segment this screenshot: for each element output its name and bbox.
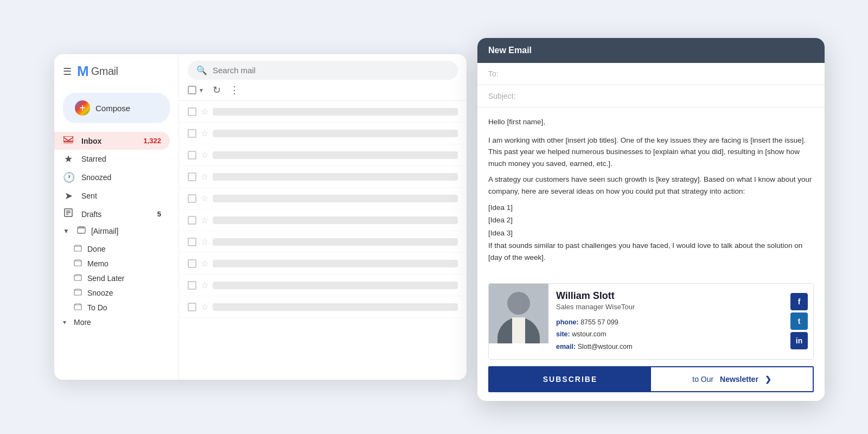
star-icon[interactable]: ☆: [201, 302, 208, 312]
sig-phone-row: phone: 8755 57 099: [556, 316, 777, 329]
sidebar-item-starred[interactable]: ★ Starred: [54, 150, 170, 168]
sidebar-item-inbox[interactable]: Inbox 1,322: [54, 132, 170, 150]
gmail-logo: M Gmail: [77, 63, 118, 80]
compose-header-title: New Email: [488, 46, 532, 55]
sidebar-item-done[interactable]: Done: [54, 241, 178, 256]
subscribe-right[interactable]: to Our Newsletter ❯: [651, 367, 813, 391]
select-all-checkbox[interactable]: ▼: [188, 86, 204, 94]
sidebar-item-sent[interactable]: ➤ Sent: [54, 187, 170, 205]
phone-value: 8755 57 099: [580, 318, 618, 326]
drafts-label: Drafts: [81, 210, 101, 219]
table-row[interactable]: ☆: [179, 209, 467, 231]
collapse-icon: ▼: [63, 227, 69, 235]
search-bar[interactable]: 🔍: [188, 61, 458, 80]
subject-label: Subject:: [488, 92, 516, 100]
row-checkbox[interactable]: [188, 151, 196, 159]
star-icon[interactable]: ☆: [201, 171, 208, 182]
gmail-m-logo: M: [77, 63, 89, 80]
more-label: More: [74, 318, 91, 327]
sidebar-item-todo[interactable]: To Do: [54, 300, 178, 315]
sig-site-row: site: wstour.com: [556, 328, 777, 341]
compose-to-field[interactable]: To:: [477, 63, 825, 85]
row-checkbox[interactable]: [188, 281, 196, 290]
star-icon[interactable]: ☆: [201, 258, 208, 269]
body-paragraph2: A strategy our customers have seen such …: [488, 174, 814, 197]
search-input[interactable]: [213, 66, 449, 75]
row-content: [213, 260, 458, 267]
compose-subject-field[interactable]: Subject:: [477, 85, 825, 107]
search-area: 🔍: [179, 54, 467, 80]
subscribe-arrow-icon: ❯: [765, 375, 771, 384]
row-checkbox[interactable]: [188, 303, 196, 311]
refresh-icon[interactable]: ↻: [213, 84, 221, 96]
linkedin-button[interactable]: in: [790, 332, 808, 349]
select-all-box[interactable]: [188, 86, 196, 94]
table-row[interactable]: ☆: [179, 101, 467, 123]
row-checkbox[interactable]: [188, 194, 196, 203]
table-row[interactable]: ☆: [179, 231, 467, 253]
star-icon[interactable]: ☆: [201, 280, 208, 290]
todo-folder-icon: [74, 303, 82, 312]
row-checkbox[interactable]: [188, 259, 196, 268]
memo-label: Memo: [87, 259, 108, 268]
sidebar-item-drafts[interactable]: Drafts 5: [54, 205, 170, 223]
more-options-icon[interactable]: ⋮: [229, 84, 239, 96]
compose-label: Compose: [95, 104, 130, 113]
body-ideas: [Idea 1] [Idea 2] [Idea 3]: [488, 202, 814, 239]
email-value: Slott@wstour.com: [578, 343, 633, 350]
compose-button[interactable]: + Compose: [63, 93, 170, 123]
star-icon[interactable]: ☆: [201, 237, 208, 247]
sendlater-folder-icon: [74, 273, 82, 283]
row-content: [213, 130, 458, 137]
memo-folder-icon: [74, 259, 82, 268]
body-closing: If that sounds similar to past challenge…: [488, 240, 814, 263]
signature-socials: f t in: [785, 284, 813, 360]
sidebar-item-snooze[interactable]: Snooze: [54, 285, 178, 300]
sidebar-item-memo[interactable]: Memo: [54, 256, 178, 271]
star-icon[interactable]: ☆: [201, 193, 208, 203]
inbox-badge: 1,322: [143, 137, 161, 145]
table-row[interactable]: ☆: [179, 188, 467, 209]
row-checkbox[interactable]: [188, 107, 196, 116]
search-icon: 🔍: [196, 65, 207, 75]
list-toolbar: ▼ ↻ ⋮: [179, 80, 467, 101]
hamburger-icon[interactable]: ☰: [63, 66, 72, 78]
email-list-area: 🔍 ▼ ↻ ⋮ ☆ ☆: [179, 54, 467, 380]
twitter-button[interactable]: t: [790, 312, 808, 330]
sent-label: Sent: [81, 192, 97, 200]
star-icon[interactable]: ☆: [201, 128, 208, 138]
row-checkbox[interactable]: [188, 238, 196, 246]
sidebar-header: ☰ M Gmail: [54, 63, 178, 88]
row-checkbox[interactable]: [188, 173, 196, 181]
star-icon[interactable]: ☆: [201, 150, 208, 160]
select-dropdown-icon[interactable]: ▼: [199, 87, 204, 93]
subscribe-left[interactable]: SUBSCRIBE: [489, 367, 651, 391]
star-icon: ★: [63, 153, 74, 165]
airmail-folder[interactable]: ▼ [Airmail]: [54, 223, 178, 239]
table-row[interactable]: ☆: [179, 253, 467, 275]
star-icon[interactable]: ☆: [201, 215, 208, 225]
sidebar-item-send-later[interactable]: Send Later: [54, 271, 178, 285]
row-checkbox[interactable]: [188, 129, 196, 138]
table-row[interactable]: ☆: [179, 123, 467, 144]
subscribe-bar[interactable]: SUBSCRIBE to Our Newsletter ❯: [488, 366, 814, 392]
sidebar-item-snoozed[interactable]: 🕐 Snoozed: [54, 168, 170, 187]
compose-plus-icon: +: [75, 100, 90, 116]
snooze-label: Snooze: [87, 289, 113, 297]
signature-name: William Slott: [556, 290, 777, 302]
table-row[interactable]: ☆: [179, 166, 467, 188]
facebook-button[interactable]: f: [790, 293, 808, 310]
row-content: [213, 195, 458, 202]
email-signature: William Slott Sales manager WiseTour pho…: [488, 283, 814, 360]
inbox-icon: [63, 135, 74, 146]
table-row[interactable]: ☆: [179, 275, 467, 296]
facebook-icon: f: [798, 297, 801, 306]
idea-3: [Idea 3]: [488, 227, 814, 239]
row-checkbox[interactable]: [188, 216, 196, 225]
table-row[interactable]: ☆: [179, 296, 467, 318]
star-icon[interactable]: ☆: [201, 106, 208, 117]
gmail-sidebar: ☰ M Gmail + Compose Inbox 1,322 ★ Starre…: [54, 54, 179, 380]
subscribe-right-plain: to Our: [692, 375, 713, 384]
table-row[interactable]: ☆: [179, 144, 467, 166]
sidebar-more[interactable]: ▾ More: [54, 315, 178, 330]
